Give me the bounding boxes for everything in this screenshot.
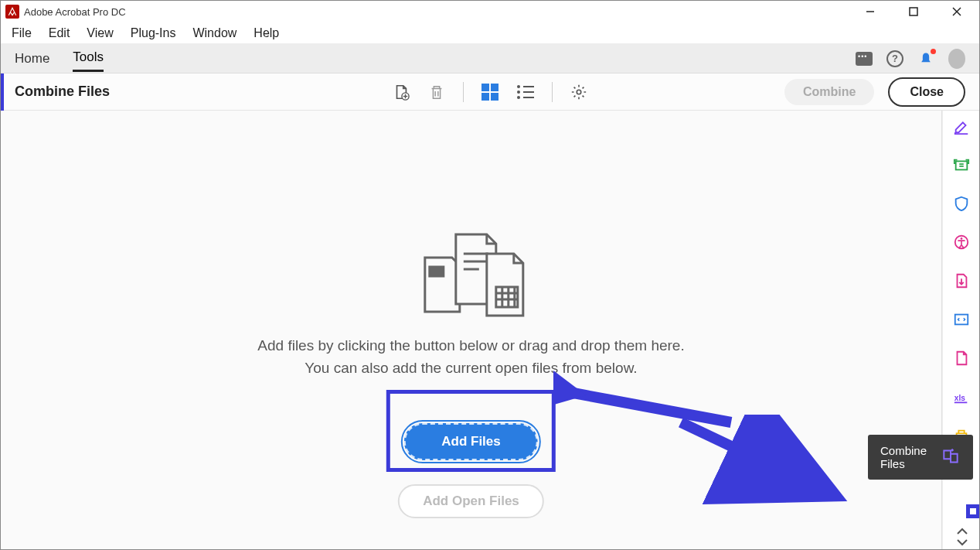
svg-text:xls: xls — [954, 394, 965, 402]
annotation-highlight-tooltip: Combine Files — [966, 504, 980, 518]
instruction-line1: Add files by clicking the button below o… — [257, 335, 684, 357]
gear-icon[interactable] — [570, 83, 588, 101]
avatar-icon[interactable] — [948, 50, 965, 67]
combine-files-tooltip[interactable]: Combine Files — [868, 435, 973, 480]
menu-view[interactable]: View — [79, 24, 121, 43]
separator — [463, 82, 464, 102]
export-icon[interactable] — [952, 155, 971, 174]
tab-home[interactable]: Home — [15, 46, 49, 71]
tabstrip: Home Tools ? — [1, 44, 979, 73]
documents-illustration — [257, 227, 684, 319]
xls-icon[interactable]: xls — [952, 388, 971, 406]
protect-icon[interactable] — [952, 194, 971, 213]
tool-title: Combine Files — [15, 84, 110, 100]
menubar: File Edit View Plug-Ins Window Help — [1, 22, 979, 44]
menu-plugins[interactable]: Plug-Ins — [123, 24, 184, 43]
app-title: Adobe Acrobat Pro DC — [24, 6, 126, 18]
organize-icon[interactable] — [952, 272, 971, 290]
menu-file[interactable]: File — [4, 24, 39, 43]
titlebar: Adobe Acrobat Pro DC — [1, 1, 979, 22]
maximize-button[interactable] — [902, 1, 925, 22]
accessibility-icon[interactable] — [952, 233, 971, 251]
svg-rect-1 — [910, 8, 917, 15]
grid-view-icon[interactable] — [481, 83, 499, 101]
code-icon[interactable] — [952, 310, 971, 329]
add-files-button[interactable]: Add Files — [404, 423, 538, 460]
edit-icon[interactable] — [952, 117, 971, 135]
annotation-highlight-addfiles: Add Files — [386, 390, 556, 472]
menu-edit[interactable]: Edit — [41, 24, 78, 43]
minimize-button[interactable] — [859, 1, 882, 22]
right-tools-panel: xls — [942, 111, 979, 549]
page-icon[interactable] — [952, 349, 971, 367]
add-file-icon[interactable] — [392, 83, 410, 101]
tab-tools[interactable]: Tools — [73, 45, 104, 72]
svg-rect-21 — [954, 315, 968, 325]
close-window-button[interactable] — [945, 1, 968, 22]
list-view-icon[interactable] — [516, 83, 535, 101]
app-icon — [5, 5, 19, 19]
svg-rect-8 — [429, 267, 443, 276]
tooltip-label: Combine Files — [880, 444, 927, 470]
chat-icon[interactable] — [856, 50, 873, 67]
add-open-files-button[interactable]: Add Open Files — [398, 484, 544, 518]
help-icon[interactable]: ? — [886, 50, 903, 67]
menu-window[interactable]: Window — [185, 24, 244, 43]
main-area: Add files by clicking the button below o… — [1, 111, 942, 549]
accent-bar — [1, 73, 4, 111]
svg-point-7 — [577, 90, 581, 94]
expand-chevrons[interactable] — [956, 528, 968, 546]
combine-button: Combine — [784, 79, 874, 105]
close-button[interactable]: Close — [888, 77, 965, 107]
svg-point-20 — [960, 237, 962, 240]
trash-icon[interactable] — [427, 83, 446, 101]
menu-help[interactable]: Help — [246, 24, 287, 43]
tool-header: Combine Files Combine Close — [1, 73, 979, 111]
separator — [552, 82, 553, 102]
instruction-line2: You can also add the current open files … — [257, 357, 684, 380]
bell-icon[interactable] — [917, 50, 934, 67]
combine-files-icon — [941, 446, 961, 469]
